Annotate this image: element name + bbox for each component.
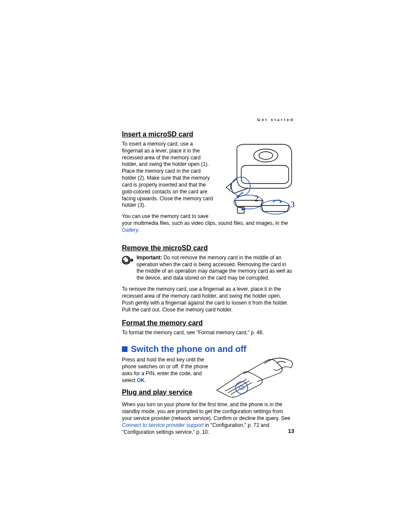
figure-insert-microsd: 1 2 3 xyxy=(218,142,294,217)
important-text: Important: Do not remove the memory card… xyxy=(137,255,294,282)
callout-2: 2 xyxy=(255,194,258,203)
heading-remove-microsd: Remove the microSD card xyxy=(122,244,294,252)
insert-p2-b: . xyxy=(138,227,140,233)
important-icon xyxy=(122,255,137,282)
link-gallery[interactable]: Gallery xyxy=(122,227,138,233)
svg-point-6 xyxy=(261,200,290,214)
switch-p1-a: Press and hold the end key until the pho… xyxy=(122,357,208,383)
switch-p1-b: . xyxy=(145,377,146,383)
manual-page: Get started Insert a microSD card xyxy=(0,0,411,532)
callout-1: 1 xyxy=(229,182,233,191)
ok-text: OK xyxy=(137,377,145,383)
content-column: Get started Insert a microSD card xyxy=(122,118,294,440)
svg-point-12 xyxy=(239,386,244,389)
heading-format-card: Format the memory card xyxy=(122,319,294,327)
plug-p1-a: When you turn on your phone for the firs… xyxy=(122,401,290,421)
running-head: Get started xyxy=(257,118,294,122)
figure-switch-phone xyxy=(212,357,294,400)
page-number: 13 xyxy=(288,428,294,434)
square-bullet-icon xyxy=(122,346,128,352)
important-label: Important: xyxy=(137,255,162,261)
section-switch-phone: Switch the phone on and off xyxy=(122,344,294,354)
callout-3: 3 xyxy=(291,200,294,209)
heading-insert-microsd: Insert a microSD card xyxy=(122,131,294,138)
format-paragraph-1: To format the memory card, see "Format m… xyxy=(122,330,294,336)
svg-line-10 xyxy=(230,383,252,395)
svg-point-1 xyxy=(259,152,273,159)
switch-paragraph-1: Press and hold the end key until the pho… xyxy=(122,357,212,384)
section-switch-title: Switch the phone on and off xyxy=(131,344,246,354)
important-note: Important: Do not remove the memory card… xyxy=(122,255,294,282)
remove-paragraph-1: To remove the memory card, use a fingern… xyxy=(122,286,294,313)
link-connect-support[interactable]: Connect to service provider support xyxy=(122,422,203,428)
plug-paragraph-1: When you turn on your phone for the firs… xyxy=(122,401,294,436)
